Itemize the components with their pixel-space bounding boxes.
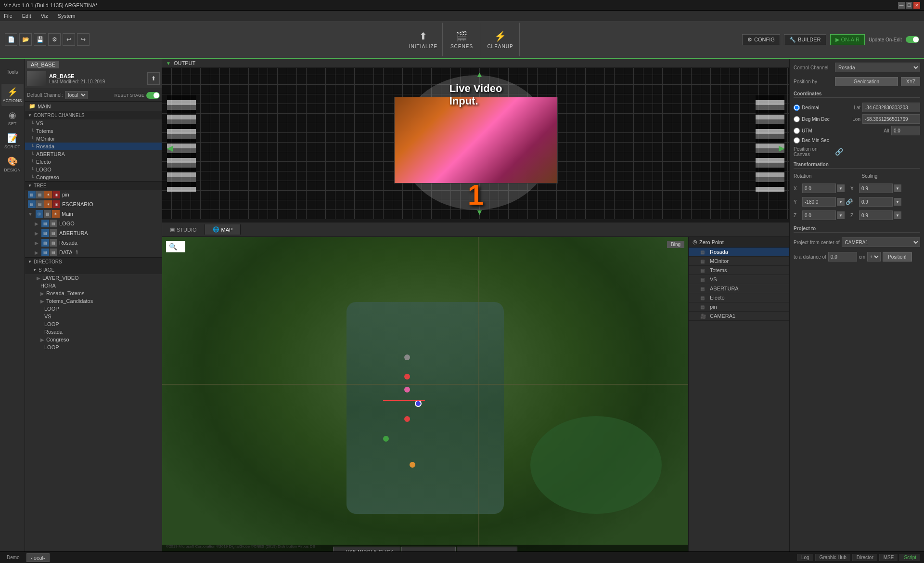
map-dot-6[interactable] (410, 462, 415, 468)
control-channels-header[interactable]: ▼ CONTROL CHANNELS (25, 111, 162, 119)
ch-abertura[interactable]: ▦ ABERTURA (689, 284, 789, 293)
tree-rosada[interactable]: ▶ ▤ ▤ Rosada (25, 238, 162, 248)
rot-z-input[interactable] (802, 210, 836, 220)
ch-rosada[interactable]: ▦ Rosada (689, 248, 789, 257)
design-tool[interactable]: 🎨 DESIGN (1, 153, 24, 175)
default-channel-select[interactable]: local (65, 91, 88, 99)
menu-viz[interactable]: Viz (39, 12, 50, 20)
map-bing-label[interactable]: Bing (667, 241, 684, 248)
ch-camera1[interactable]: 🎥 CAMERA1 (689, 312, 789, 321)
distance-unit-select[interactable]: + (867, 252, 881, 262)
stage-totems-candidatos[interactable]: ▶ Totems_Candidatos (25, 297, 162, 305)
scale-y-down[interactable]: ▼ (894, 198, 901, 206)
update-on-edit-toggle[interactable] (906, 36, 919, 43)
stage-vs[interactable]: VS (25, 313, 162, 320)
tree-header[interactable]: ▼ TREE (25, 182, 162, 190)
pos-canvas-link-icon[interactable]: 🔗 (835, 148, 843, 156)
menu-system[interactable]: System (56, 12, 77, 20)
channel-vs[interactable]: └ VS (25, 119, 162, 127)
stage-rosada-totems[interactable]: ▶ Rosada_Totems (25, 289, 162, 297)
map-dot-0[interactable] (404, 354, 410, 360)
geolocation-btn[interactable]: Geolocation (835, 77, 898, 86)
coord-degmin-radio[interactable] (794, 116, 800, 122)
maximize-btn[interactable]: ☐ (906, 2, 912, 9)
ch-vs[interactable]: ▦ VS (689, 275, 789, 284)
stage-loop3[interactable]: LOOP (25, 343, 162, 351)
scale-x-down[interactable]: ▼ (894, 184, 901, 192)
coord-decimal-radio[interactable] (794, 105, 800, 111)
rot-x-down[interactable]: ▼ (837, 184, 845, 192)
menu-file[interactable]: File (2, 12, 14, 20)
minimize-btn[interactable]: — (898, 2, 905, 9)
mse-btn[interactable]: MSE (879, 554, 898, 561)
channel-electo[interactable]: └ Electo (25, 158, 162, 166)
set-tool[interactable]: ◉ SET (1, 107, 24, 129)
reset-stage-toggle[interactable] (146, 92, 160, 99)
settings-btn[interactable]: ⚙ (48, 33, 61, 46)
tree-pin[interactable]: ▤ ▤ ✶ ◉ pin (25, 190, 162, 199)
tree-logo[interactable]: ▶ ▤ ▤ LOGO (25, 219, 162, 228)
lat-input[interactable] (862, 103, 920, 112)
map-search[interactable]: 🔍 (166, 241, 185, 252)
scale-z-input[interactable] (859, 210, 893, 220)
scale-y-input[interactable] (859, 197, 893, 207)
ar-base-tab[interactable]: AR_BASE (27, 61, 59, 68)
ch-electo[interactable]: ▦ Electo (689, 293, 789, 302)
alt-input[interactable] (891, 126, 920, 135)
stage-congreso[interactable]: ▶ Congreso (25, 336, 162, 343)
rot-x-input[interactable] (802, 183, 836, 193)
xyz-btn[interactable]: XYZ (901, 77, 920, 86)
stage-loop1[interactable]: LOOP (25, 305, 162, 313)
coord-utm-radio[interactable] (794, 128, 800, 134)
rot-y-down[interactable]: ▼ (837, 198, 845, 206)
undo-btn[interactable]: ↩ (63, 33, 75, 46)
main-section[interactable]: 📁 MAIN (25, 102, 162, 111)
ch-monitor[interactable]: ▦ MOnitor (689, 257, 789, 266)
builder-btn[interactable]: 🔧 BUILDER (784, 34, 826, 45)
on-air-btn[interactable]: ▶ ON-AIR (830, 34, 865, 45)
script-tool[interactable]: 📝 SCRIPT (1, 130, 24, 152)
stage-layer-video[interactable]: ▶ LAYER_VIDEO (25, 274, 162, 282)
stage-header[interactable]: ▼ STAGE (25, 266, 162, 274)
ar-base-upload-btn[interactable]: ⬆ (147, 72, 160, 85)
distance-input[interactable] (828, 252, 857, 262)
coord-decminsec-radio[interactable] (794, 137, 800, 144)
tree-main[interactable]: ▼ ⊞ ▤ ✶ Main (25, 209, 162, 219)
menu-edit[interactable]: Edit (20, 12, 33, 20)
script-btn[interactable]: Script (899, 554, 920, 561)
open-btn[interactable]: 📂 (19, 33, 32, 46)
rot-y-input[interactable] (802, 197, 836, 207)
map-dot-5[interactable] (383, 436, 389, 442)
local-indicator[interactable]: -local- (26, 553, 50, 562)
scale-z-down[interactable]: ▼ (894, 211, 901, 219)
initialize-btn[interactable]: ⬆ INITIALIZE (404, 23, 443, 56)
new-btn[interactable]: 📄 (5, 33, 17, 46)
directors-header[interactable]: ▼ DIRECTORS (25, 257, 162, 266)
config-btn[interactable]: ⚙ CONFIG (742, 34, 780, 45)
ch-totems[interactable]: ▦ Totems (689, 266, 789, 275)
stage-loop2[interactable]: LOOP (25, 320, 162, 328)
rot-z-down[interactable]: ▼ (837, 211, 845, 219)
map-dot-3[interactable] (415, 400, 422, 407)
tree-escenario[interactable]: ▤ ▤ ✶ ◉ ESCENARIO (25, 199, 162, 209)
channel-totems[interactable]: └ Totems (25, 127, 162, 135)
project-from-select[interactable]: CAMERA1 (842, 237, 920, 247)
tree-abertura[interactable]: ▶ ▤ ▤ ABERTURA (25, 228, 162, 238)
channel-monitor[interactable]: └ MOnitor (25, 135, 162, 143)
cc-prop-select[interactable]: Rosada (835, 63, 920, 72)
scenes-btn[interactable]: 🎬 SCENES (443, 23, 481, 56)
director-btn[interactable]: Director (852, 554, 877, 561)
graphic-hub-btn[interactable]: Graphic Hub (815, 554, 850, 561)
log-btn[interactable]: Log (797, 554, 813, 561)
channel-rosada[interactable]: └ Rosada (25, 143, 162, 150)
map-tab[interactable]: 🌐 MAP (205, 224, 241, 235)
actions-tool[interactable]: ⚡ ACTIONS (1, 84, 24, 106)
channel-abertura[interactable]: └ ABERTURA (25, 150, 162, 158)
save-btn[interactable]: 💾 (34, 33, 46, 46)
studio-tab[interactable]: ▣ STUDIO (162, 224, 205, 235)
ch-pin[interactable]: ▦ pin (689, 302, 789, 312)
close-btn[interactable]: ✕ (913, 2, 920, 9)
lon-input[interactable] (862, 114, 920, 124)
redo-btn[interactable]: ↪ (77, 33, 90, 46)
tree-data1[interactable]: ▶ ▤ ▤ DATA_1 (25, 248, 162, 257)
